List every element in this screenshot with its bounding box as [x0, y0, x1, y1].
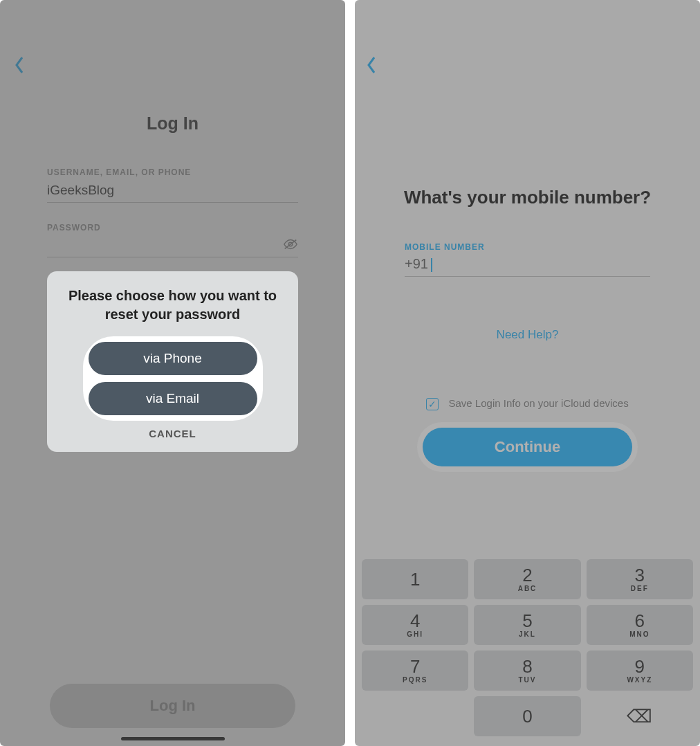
reset-password-dialog: Please choose how you want to reset your… [47, 271, 298, 452]
key-2[interactable]: 2ABC [474, 559, 580, 599]
heading: What's your mobile number? [355, 187, 700, 208]
key-6[interactable]: 6MNO [587, 605, 693, 645]
save-login-checkbox[interactable]: ✓ [426, 398, 439, 410]
chevron-left-icon [366, 55, 377, 75]
mobile-field-group: MOBILE NUMBER +91 [405, 242, 650, 277]
login-screen: Log In USERNAME, EMAIL, OR PHONE iGeeksB… [0, 0, 345, 746]
mobile-value: +91 [405, 256, 428, 271]
via-phone-button[interactable]: via Phone [89, 342, 257, 375]
need-help-link[interactable]: Need Help? [355, 328, 700, 342]
numeric-keypad: 1 2ABC 3DEF 4GHI 5JKL 6MNO 7PQRS 8TUV 9W… [362, 559, 693, 736]
mobile-label: MOBILE NUMBER [405, 242, 650, 252]
dialog-title: Please choose how you want to reset your… [58, 286, 287, 324]
continue-button[interactable]: Continue [423, 428, 632, 466]
key-5[interactable]: 5JKL [474, 605, 580, 645]
key-empty [362, 696, 468, 736]
key-8[interactable]: 8TUV [474, 651, 580, 691]
key-9[interactable]: 9WXYZ [587, 651, 693, 691]
key-7[interactable]: 7PQRS [362, 651, 468, 691]
mobile-input[interactable]: +91 [405, 256, 650, 277]
key-0[interactable]: 0 [474, 696, 580, 736]
key-backspace[interactable]: ⌫ [587, 696, 693, 736]
back-button[interactable] [366, 55, 377, 78]
mobile-number-screen: What's your mobile number? MOBILE NUMBER… [355, 0, 700, 746]
backspace-icon: ⌫ [627, 706, 652, 727]
via-email-button[interactable]: via Email [89, 382, 257, 415]
save-login-row[interactable]: ✓ Save Login Info on your iCloud devices [355, 397, 700, 410]
continue-highlight: Continue [417, 422, 638, 472]
save-login-label: Save Login Info on your iCloud devices [449, 397, 629, 409]
options-highlight: via Phone via Email [83, 336, 263, 421]
key-4[interactable]: 4GHI [362, 605, 468, 645]
key-1[interactable]: 1 [362, 559, 468, 599]
text-cursor [431, 258, 432, 272]
cancel-button[interactable]: CANCEL [58, 428, 287, 439]
key-3[interactable]: 3DEF [587, 559, 693, 599]
